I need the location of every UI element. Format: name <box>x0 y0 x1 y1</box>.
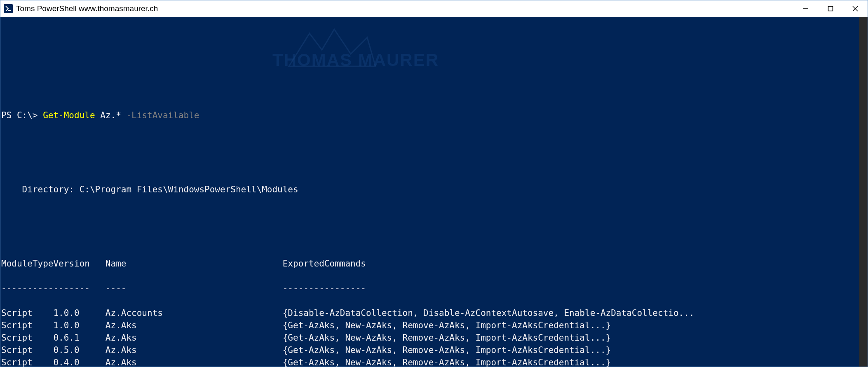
table-row: Script0.5.0Az.Aks{Get-AzAks, New-AzAks, … <box>1 344 868 356</box>
blank-line <box>1 233 868 245</box>
blank-line <box>1 208 868 220</box>
svg-rect-2 <box>828 7 833 11</box>
divider-version: ------- <box>53 282 105 295</box>
prompt-prefix: PS C:\> <box>1 110 43 120</box>
close-button[interactable] <box>843 0 868 17</box>
cell-moduletype: Script <box>1 356 53 367</box>
cell-exportedcommands: {Get-AzAks, New-AzAks, Remove-AzAks, Imp… <box>283 345 611 355</box>
cell-version: 1.0.0 <box>53 319 105 332</box>
prompt-cmdlet: Get-Module <box>43 110 95 120</box>
cell-moduletype: Script <box>1 332 53 344</box>
table-divider: ------------------------------------- <box>1 282 868 295</box>
directory-line: Directory: C:\Program Files\WindowsPower… <box>1 183 868 196</box>
prompt-args: Az.* <box>95 110 127 120</box>
window-title: Toms PowerShell www.thomasmaurer.ch <box>16 4 158 13</box>
header-exportedcommands: ExportedCommands <box>283 259 366 269</box>
watermark-mountain-icon <box>281 21 380 70</box>
cell-version: 0.4.0 <box>53 356 105 367</box>
cell-version: 0.6.1 <box>53 332 105 344</box>
powershell-window: Toms PowerShell www.thomasmaurer.ch THOM… <box>0 0 868 367</box>
cell-name: Az.Accounts <box>106 307 283 319</box>
vertical-scrollbar[interactable] <box>859 17 868 367</box>
cell-exportedcommands: {Disable-AzDataCollection, Disable-AzCon… <box>283 308 694 318</box>
minimize-button[interactable] <box>793 0 818 17</box>
table-header: ModuleTypeVersionNameExportedCommands <box>1 257 868 270</box>
cell-name: Az.Aks <box>106 344 283 356</box>
header-moduletype: ModuleType <box>1 257 53 270</box>
maximize-button[interactable] <box>818 0 843 17</box>
cell-exportedcommands: {Get-AzAks, New-AzAks, Remove-AzAks, Imp… <box>283 320 611 330</box>
command-prompt-line: PS C:\> Get-Module Az.* -ListAvailable <box>1 109 868 122</box>
cell-moduletype: Script <box>1 319 53 332</box>
cell-moduletype: Script <box>1 307 53 319</box>
divider-type: ---------- <box>1 282 53 295</box>
header-name: Name <box>106 257 283 270</box>
powershell-icon <box>4 4 13 13</box>
table-row: Script1.0.0Az.Aks{Get-AzAks, New-AzAks, … <box>1 319 868 332</box>
window-controls <box>793 0 868 17</box>
table-row: Script1.0.0Az.Accounts{Disable-AzDataCol… <box>1 307 868 319</box>
cell-exportedcommands: {Get-AzAks, New-AzAks, Remove-AzAks, Imp… <box>283 358 611 367</box>
titlebar[interactable]: Toms PowerShell www.thomasmaurer.ch <box>0 0 868 17</box>
cell-version: 1.0.0 <box>53 307 105 319</box>
titlebar-left: Toms PowerShell www.thomasmaurer.ch <box>4 4 158 13</box>
divider-name: ---- <box>106 282 283 295</box>
prompt-param: -ListAvailable <box>126 110 199 120</box>
blank-line <box>1 159 868 171</box>
cell-version: 0.5.0 <box>53 344 105 356</box>
cell-name: Az.Aks <box>106 332 283 344</box>
header-version: Version <box>53 257 105 270</box>
cell-moduletype: Script <box>1 344 53 356</box>
table-row: Script0.6.1Az.Aks{Get-AzAks, New-AzAks, … <box>1 332 868 344</box>
blank-line <box>1 134 868 146</box>
cell-name: Az.Aks <box>106 319 283 332</box>
cell-exportedcommands: {Get-AzAks, New-AzAks, Remove-AzAks, Imp… <box>283 333 611 343</box>
cell-name: Az.Aks <box>106 356 283 367</box>
divider-commands: ---------------- <box>283 283 366 293</box>
terminal-area[interactable]: THOMAS MAURER PS C:\> Get-Module Az.* -L… <box>0 17 868 367</box>
table-row: Script0.4.0Az.Aks{Get-AzAks, New-AzAks, … <box>1 356 868 367</box>
